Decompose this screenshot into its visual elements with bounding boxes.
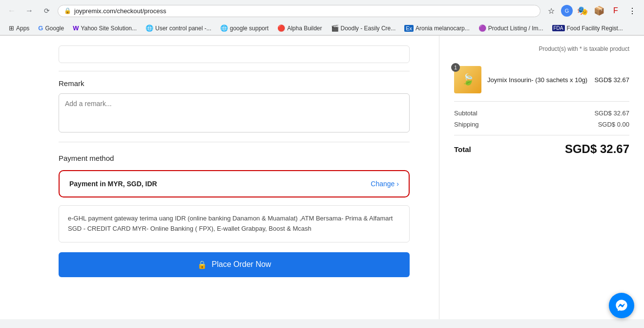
place-order-label: Place Order Now	[212, 260, 271, 269]
product-badge: 1	[451, 63, 460, 72]
remark-input[interactable]	[59, 93, 410, 132]
bookmark-food-facility[interactable]: FDA Food Facility Regist...	[548, 24, 627, 33]
payment-method-label: Payment method	[59, 154, 410, 162]
payment-info-box: e-GHL payment gateway terima uang IDR (o…	[59, 205, 410, 242]
bookmark-star-button[interactable]: ☆	[544, 4, 558, 18]
bookmark-user-control[interactable]: 🌐 User control panel -...	[142, 23, 215, 33]
bookmark-food-facility-label: Food Facility Regist...	[567, 25, 623, 32]
page-content: Remark Payment method Payment in MYR, SG…	[0, 36, 644, 319]
lock-icon: 🔒	[64, 7, 71, 14]
bookmark-google-label: Google	[45, 25, 64, 32]
address-bar[interactable]: 🔒 joypremix.com/checkout/process	[58, 5, 540, 17]
remark-section: Remark	[59, 79, 410, 134]
shipping-value: SGD$ 0.00	[598, 121, 629, 128]
product-row: 🍃 1 Joymix Insourin- (30 sachets x 10g) …	[454, 60, 629, 99]
url-text: joypremix.com/checkout/process	[74, 7, 166, 15]
profile-button[interactable]: G	[561, 5, 573, 17]
payment-info-text: e-GHL payment gateway terima uang IDR (o…	[68, 215, 393, 232]
google-icon: G	[38, 24, 43, 32]
bookmark-yahoo-label: Yahoo Site Solution...	[81, 25, 137, 32]
reload-button[interactable]: ⟳	[40, 4, 54, 18]
shipping-label: Shipping	[454, 121, 479, 128]
bookmark-aronia[interactable]: Ex Aronia melanocarp...	[400, 24, 474, 33]
doodly-icon: 🎬	[331, 24, 339, 32]
top-divider	[59, 71, 410, 71]
extension-button-1[interactable]: 🎭	[576, 4, 589, 18]
bookmark-google-support[interactable]: 🌐 google support	[216, 23, 272, 33]
bookmark-apps-label: Apps	[16, 25, 29, 32]
right-panel: Product(s) with * is taxable product 🍃 1…	[439, 36, 644, 319]
menu-button[interactable]: ⋮	[625, 4, 639, 18]
subtotal-value: SGD$ 32.67	[594, 109, 629, 117]
bookmarks-bar: ⊞ Apps G Google W Yahoo Site Solution...…	[0, 22, 644, 35]
lock-order-icon: 🔒	[197, 260, 207, 269]
yahoo-icon: W	[73, 24, 79, 32]
bookmark-user-control-label: User control panel -...	[155, 25, 211, 32]
chevron-right-icon: ›	[396, 180, 399, 188]
remark-label: Remark	[59, 79, 410, 87]
bookmark-alpha-builder[interactable]: 🔴 Alpha Builder	[273, 23, 326, 33]
alpha-builder-icon: 🔴	[277, 24, 285, 32]
left-panel: Remark Payment method Payment in MYR, SG…	[0, 36, 439, 319]
bookmark-google[interactable]: G Google	[34, 23, 68, 33]
food-facility-icon: FDA	[552, 25, 565, 31]
browser-chrome: ← → ⟳ 🔒 joypremix.com/checkout/process ☆…	[0, 0, 644, 36]
bookmark-aronia-label: Aronia melanocarp...	[415, 25, 470, 32]
extension-button-2[interactable]: 📦	[592, 4, 606, 18]
bookmark-yahoo[interactable]: W Yahoo Site Solution...	[69, 23, 141, 33]
bookmark-product-listing[interactable]: 🟣 Product Listing / Im...	[475, 23, 547, 33]
payment-method-selected: Payment in MYR, SGD, IDR	[69, 180, 157, 188]
place-order-button[interactable]: 🔒 Place Order Now	[59, 252, 410, 277]
change-payment-link[interactable]: Change ›	[371, 180, 399, 188]
shipping-row: Shipping SGD$ 0.00	[454, 119, 629, 130]
taxable-note: Product(s) with * is taxable product	[454, 45, 629, 52]
middle-divider	[59, 142, 410, 142]
messenger-fab-button[interactable]	[609, 293, 634, 318]
extension-button-3[interactable]: F	[609, 4, 623, 18]
bookmark-alpha-builder-label: Alpha Builder	[287, 25, 322, 32]
payment-method-section: Payment method Payment in MYR, SGD, IDR …	[59, 154, 410, 277]
product-image-wrap: 🍃 1	[454, 66, 481, 93]
total-amount: SGD$ 32.67	[565, 142, 629, 156]
forward-button[interactable]: →	[22, 4, 36, 18]
subtotal-label: Subtotal	[454, 109, 478, 117]
change-payment-label: Change	[371, 180, 395, 188]
aronia-icon: Ex	[404, 25, 414, 32]
payment-method-box[interactable]: Payment in MYR, SGD, IDR Change ›	[59, 170, 410, 197]
bookmark-doodly[interactable]: 🎬 Doodly - Easily Cre...	[327, 23, 400, 33]
product-price: SGD$ 32.67	[594, 76, 629, 84]
totals-divider	[454, 135, 629, 135]
apps-icon: ⊞	[9, 24, 14, 32]
product-listing-icon: 🟣	[478, 24, 486, 32]
browser-toolbar: ← → ⟳ 🔒 joypremix.com/checkout/process ☆…	[0, 0, 644, 22]
bookmark-doodly-label: Doodly - Easily Cre...	[341, 25, 396, 32]
bookmark-google-support-label: google support	[230, 25, 269, 32]
product-name: Joymix Insourin- (30 sachets x 10g)	[487, 76, 588, 84]
user-control-icon: 🌐	[145, 24, 153, 32]
total-row: Total SGD$ 32.67	[454, 140, 629, 158]
total-label: Total	[454, 145, 471, 153]
subtotal-row: Subtotal SGD$ 32.67	[454, 108, 629, 119]
google-support-icon: 🌐	[220, 24, 228, 32]
back-button[interactable]: ←	[5, 4, 19, 18]
bookmark-apps[interactable]: ⊞ Apps	[5, 23, 33, 33]
bookmark-product-listing-label: Product Listing / Im...	[488, 25, 543, 32]
browser-icons: ☆ G 🎭 📦 F ⋮	[544, 4, 639, 18]
order-totals: Subtotal SGD$ 32.67 Shipping SGD$ 0.00 T…	[454, 101, 629, 158]
